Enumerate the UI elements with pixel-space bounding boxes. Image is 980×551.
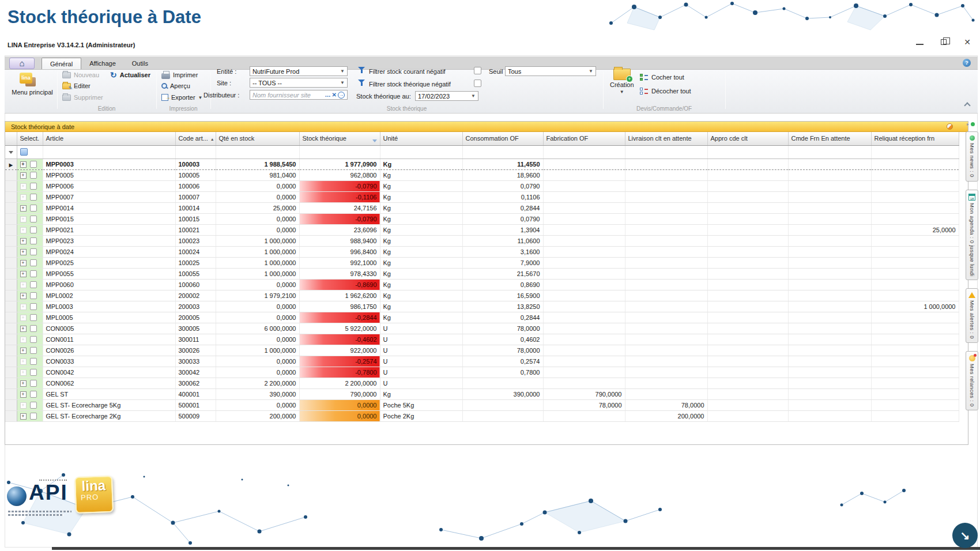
go-arrow-icon[interactable]: → bbox=[338, 92, 345, 99]
nouveau-button[interactable]: Nouveau bbox=[62, 70, 99, 80]
grid-row[interactable]: +MPP00061000060,0000-0,0790Kg0,0790 bbox=[5, 180, 959, 191]
expand-button[interactable]: + bbox=[20, 216, 27, 222]
filtre-courant-checkbox[interactable] bbox=[474, 67, 481, 74]
tab-affichage[interactable]: Affichage bbox=[81, 58, 124, 69]
clear-icon[interactable]: ✕ bbox=[332, 92, 337, 98]
filter-cell[interactable] bbox=[871, 145, 959, 158]
row-checkbox[interactable] bbox=[30, 183, 37, 190]
tab-général[interactable]: Général bbox=[42, 58, 81, 69]
row-checkbox[interactable] bbox=[30, 347, 37, 354]
row-checkbox[interactable] bbox=[30, 380, 37, 387]
column-funnel-icon[interactable] bbox=[372, 139, 377, 142]
expand-button[interactable]: + bbox=[20, 161, 27, 168]
expand-button[interactable]: + bbox=[20, 391, 27, 398]
row-checkbox[interactable] bbox=[30, 336, 37, 343]
column-header-cmde-frn-en-attente[interactable]: Cmde Frn En attente bbox=[788, 132, 871, 145]
expand-button[interactable]: + bbox=[20, 358, 27, 365]
column-header-code-art-[interactable]: Code art...▲ bbox=[175, 132, 216, 145]
expand-button[interactable]: + bbox=[20, 227, 27, 233]
expand-button[interactable]: + bbox=[20, 205, 27, 212]
help-icon[interactable]: ? bbox=[963, 59, 971, 67]
sidebar-tab-news[interactable]: Mes news : 0 bbox=[966, 131, 978, 182]
expand-button[interactable]: + bbox=[20, 282, 27, 288]
date-input[interactable]: 17/02/2023▼ bbox=[415, 91, 478, 101]
row-checkbox[interactable] bbox=[30, 391, 37, 398]
expand-button[interactable]: + bbox=[20, 260, 27, 266]
filter-select-cell[interactable] bbox=[17, 145, 43, 158]
filter-cell[interactable] bbox=[625, 145, 707, 158]
expand-button[interactable]: + bbox=[20, 293, 27, 299]
sidebar-collapse-controls[interactable]: ▸ bbox=[967, 122, 975, 127]
row-checkbox[interactable] bbox=[30, 325, 37, 332]
expand-button[interactable]: + bbox=[20, 337, 27, 343]
column-header-reliquat-r-ception-frn[interactable]: Reliquat réception frn bbox=[871, 132, 959, 145]
scroll-down-button[interactable]: ↘ bbox=[952, 523, 978, 548]
seuil-select[interactable]: Tous▼ bbox=[505, 66, 596, 76]
filter-cell[interactable] bbox=[216, 145, 299, 158]
row-checkbox[interactable] bbox=[30, 194, 37, 201]
sidebar-tab-agenda[interactable]: 18Mon agenda : 0 jusque lundi bbox=[966, 190, 978, 280]
grid-row[interactable]: +CON00263000261 000,0000922,0000U78,0000 bbox=[5, 345, 959, 356]
row-checkbox[interactable] bbox=[30, 270, 37, 277]
grid-row[interactable]: +GEL ST400001390,0000790,0000Kg390,00007… bbox=[5, 388, 959, 399]
decocher-tout-button[interactable]: Décocher tout bbox=[640, 86, 691, 96]
row-checkbox[interactable] bbox=[30, 227, 37, 233]
imprimer-button[interactable]: Imprimer bbox=[161, 70, 198, 80]
cocher-tout-button[interactable]: Cocher tout bbox=[640, 73, 684, 82]
expand-button[interactable]: + bbox=[20, 413, 27, 420]
entite-select[interactable]: NutriFuture Prod▼ bbox=[250, 66, 348, 76]
ellipsis-button[interactable]: … bbox=[325, 92, 331, 98]
apercu-button[interactable]: Aperçu bbox=[161, 81, 190, 90]
row-checkbox[interactable] bbox=[30, 259, 37, 266]
grid-row[interactable]: +CON00113000110,0000-0,4602U0,4602 bbox=[5, 334, 959, 345]
grid-row[interactable]: +MPP0005100005981,0400962,0800Kg18,9600 bbox=[5, 169, 959, 180]
row-checkbox[interactable] bbox=[30, 303, 37, 310]
grid-row[interactable]: +MPP00241000241 000,0000996,8400Kg3,1600 bbox=[5, 246, 959, 257]
expand-button[interactable]: + bbox=[20, 271, 27, 277]
filter-cell[interactable] bbox=[299, 145, 380, 158]
filter-cell[interactable] bbox=[43, 145, 175, 158]
row-checkbox[interactable] bbox=[30, 402, 37, 409]
creation-button[interactable]: + Création ▼ bbox=[610, 69, 634, 95]
filter-cell[interactable] bbox=[462, 145, 543, 158]
row-checkbox[interactable] bbox=[30, 248, 37, 255]
grid-row[interactable]: +MPL00022000021 979,21001 962,6200Kg16,5… bbox=[5, 290, 959, 301]
grid-row[interactable]: +MPP00251000251 000,0000992,1000Kg7,9000 bbox=[5, 257, 959, 268]
grid-row[interactable]: +GEL ST- Ecorecharge 2Kg500009200,00000,… bbox=[5, 410, 959, 421]
expand-button[interactable]: + bbox=[20, 238, 27, 244]
expand-button[interactable]: + bbox=[20, 326, 27, 332]
minimize-icon[interactable] bbox=[916, 44, 924, 45]
column-header-appro-cde-clt[interactable]: Appro cde clt bbox=[707, 132, 788, 145]
collapse-ribbon-icon[interactable] bbox=[964, 102, 970, 108]
grid-row[interactable]: +MPL00052000050,0000-0,2844Kg0,2844 bbox=[5, 312, 959, 323]
distributeur-input[interactable]: Nom fournisseur site … ✕ → bbox=[250, 90, 348, 100]
expand-button[interactable]: + bbox=[20, 183, 27, 190]
menu-principal-button[interactable]: lina bbox=[20, 72, 39, 89]
column-header-qt-en-stock[interactable]: Qté en stock bbox=[216, 132, 299, 145]
filter-funnel-cell[interactable] bbox=[5, 145, 17, 158]
panel-refresh-icon[interactable] bbox=[947, 123, 953, 130]
supprimer-button[interactable]: Supprimer bbox=[62, 93, 103, 102]
expand-button[interactable]: + bbox=[20, 249, 27, 255]
row-checkbox[interactable] bbox=[30, 358, 37, 365]
filtre-theorique-checkbox[interactable] bbox=[474, 80, 481, 87]
grid-row[interactable]: +CON00333000330,0000-0,2574U0,2574 bbox=[5, 356, 959, 367]
grid-row[interactable]: +MPP00151000150,0000-0,0790Kg0,0790 bbox=[5, 213, 959, 224]
close-icon[interactable]: ✕ bbox=[964, 38, 971, 46]
sidebar-tab-alert[interactable]: Mes alertes : 0 bbox=[966, 288, 978, 343]
expand-button[interactable]: + bbox=[20, 402, 27, 409]
grid-row[interactable]: +MPP00231000231 000,0000988,9400Kg11,060… bbox=[5, 235, 959, 246]
grid-row[interactable]: +MPP00211000210,000023,6096Kg1,390425,00… bbox=[5, 224, 959, 235]
row-checkbox[interactable] bbox=[30, 172, 37, 179]
expand-button[interactable]: + bbox=[20, 315, 27, 321]
column-header-stock-th-orique[interactable]: Stock théorique bbox=[299, 132, 380, 145]
restore-icon[interactable] bbox=[941, 39, 947, 45]
row-checkbox[interactable] bbox=[30, 292, 37, 299]
grid-row[interactable]: +CON00423000420,0000-0,7800U0,7800 bbox=[5, 367, 959, 378]
column-header-consommation-of[interactable]: Consommation OF bbox=[462, 132, 543, 145]
row-checkbox[interactable] bbox=[30, 237, 37, 244]
expand-button[interactable]: + bbox=[20, 380, 27, 387]
filter-cell[interactable] bbox=[543, 145, 625, 158]
grid-row[interactable]: +MPP001410001425,000024,7156Kg0,2844 bbox=[5, 202, 959, 213]
column-header-fabrication-of[interactable]: Fabrication OF bbox=[543, 132, 625, 145]
